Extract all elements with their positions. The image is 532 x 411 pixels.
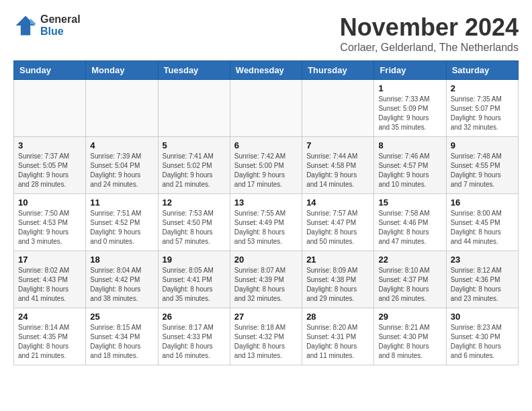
calendar-subtitle: Corlaer, Gelderland, The Netherlands (340, 42, 519, 54)
weekday-header: Thursday (302, 61, 374, 80)
day-info: Sunrise: 8:04 AM Sunset: 4:42 PM Dayligh… (90, 266, 153, 304)
calendar-day-cell: 8Sunrise: 7:46 AM Sunset: 4:57 PM Daylig… (374, 137, 446, 194)
day-number: 30 (451, 312, 514, 322)
day-info: Sunrise: 8:02 AM Sunset: 4:43 PM Dayligh… (18, 266, 81, 304)
calendar-week-row: 10Sunrise: 7:50 AM Sunset: 4:53 PM Dayli… (14, 194, 519, 251)
calendar-day-cell: 25Sunrise: 8:15 AM Sunset: 4:34 PM Dayli… (86, 308, 158, 365)
calendar-day-cell: 20Sunrise: 8:07 AM Sunset: 4:39 PM Dayli… (230, 251, 302, 308)
calendar-day-cell: 29Sunrise: 8:21 AM Sunset: 4:30 PM Dayli… (374, 308, 446, 365)
calendar-day-cell: 30Sunrise: 8:23 AM Sunset: 4:30 PM Dayli… (446, 308, 518, 365)
day-info: Sunrise: 7:48 AM Sunset: 4:55 PM Dayligh… (451, 152, 514, 189)
day-number: 21 (306, 255, 369, 265)
day-number: 25 (90, 312, 153, 322)
day-number: 10 (18, 197, 81, 208)
day-number: 29 (378, 312, 441, 322)
calendar-day-cell: 3Sunrise: 7:37 AM Sunset: 5:05 PM Daylig… (14, 137, 86, 194)
day-info: Sunrise: 8:00 AM Sunset: 4:45 PM Dayligh… (451, 209, 514, 246)
day-info: Sunrise: 7:41 AM Sunset: 5:02 PM Dayligh… (163, 152, 226, 189)
day-info: Sunrise: 7:55 AM Sunset: 4:49 PM Dayligh… (234, 209, 298, 246)
day-number: 15 (378, 197, 441, 208)
day-info: Sunrise: 7:53 AM Sunset: 4:50 PM Dayligh… (163, 209, 226, 246)
day-number: 24 (18, 312, 81, 322)
calendar-day-cell: 17Sunrise: 8:02 AM Sunset: 4:43 PM Dayli… (14, 251, 86, 308)
calendar-day-cell: 7Sunrise: 7:44 AM Sunset: 4:58 PM Daylig… (302, 137, 374, 194)
day-number: 17 (18, 255, 81, 265)
day-number: 7 (306, 140, 369, 150)
day-number: 18 (90, 255, 153, 265)
logo-blue-text: Blue (40, 26, 81, 38)
day-info: Sunrise: 7:57 AM Sunset: 4:47 PM Dayligh… (306, 209, 369, 246)
day-number: 13 (234, 197, 298, 208)
day-info: Sunrise: 7:35 AM Sunset: 5:07 PM Dayligh… (451, 95, 514, 132)
weekday-header: Saturday (446, 61, 518, 80)
calendar-day-cell: 22Sunrise: 8:10 AM Sunset: 4:37 PM Dayli… (374, 251, 446, 308)
day-info: Sunrise: 7:58 AM Sunset: 4:46 PM Dayligh… (378, 209, 441, 246)
calendar-week-row: 17Sunrise: 8:02 AM Sunset: 4:43 PM Dayli… (14, 251, 519, 308)
day-info: Sunrise: 7:51 AM Sunset: 4:52 PM Dayligh… (90, 209, 153, 246)
day-info: Sunrise: 8:09 AM Sunset: 4:38 PM Dayligh… (306, 266, 369, 304)
calendar-day-cell (86, 80, 158, 137)
calendar-day-cell: 6Sunrise: 7:42 AM Sunset: 5:00 PM Daylig… (230, 137, 302, 194)
weekday-header: Tuesday (158, 61, 230, 80)
day-number: 9 (451, 140, 514, 150)
calendar-day-cell: 16Sunrise: 8:00 AM Sunset: 4:45 PM Dayli… (446, 194, 518, 251)
day-info: Sunrise: 7:39 AM Sunset: 5:04 PM Dayligh… (90, 152, 153, 189)
logo: General Blue (13, 13, 81, 38)
day-number: 28 (306, 312, 369, 322)
calendar-day-cell: 27Sunrise: 8:18 AM Sunset: 4:32 PM Dayli… (230, 308, 302, 365)
svg-marker-1 (30, 18, 36, 24)
day-info: Sunrise: 7:42 AM Sunset: 5:00 PM Dayligh… (234, 152, 298, 189)
day-number: 5 (163, 140, 226, 150)
calendar-day-cell: 9Sunrise: 7:48 AM Sunset: 4:55 PM Daylig… (446, 137, 518, 194)
calendar-day-cell: 5Sunrise: 7:41 AM Sunset: 5:02 PM Daylig… (158, 137, 230, 194)
calendar-table: SundayMondayTuesdayWednesdayThursdayFrid… (13, 60, 519, 365)
calendar-week-row: 3Sunrise: 7:37 AM Sunset: 5:05 PM Daylig… (14, 137, 519, 194)
page-header: General Blue November 2024 Corlaer, Geld… (13, 13, 519, 54)
day-number: 22 (378, 255, 441, 265)
calendar-day-cell: 19Sunrise: 8:05 AM Sunset: 4:41 PM Dayli… (158, 251, 230, 308)
day-number: 11 (90, 197, 153, 208)
day-info: Sunrise: 8:21 AM Sunset: 4:30 PM Dayligh… (378, 323, 441, 361)
day-number: 19 (163, 255, 226, 265)
calendar-day-cell (14, 80, 86, 137)
day-info: Sunrise: 8:07 AM Sunset: 4:39 PM Dayligh… (234, 266, 298, 304)
calendar-week-row: 1Sunrise: 7:33 AM Sunset: 5:09 PM Daylig… (14, 80, 519, 137)
weekday-header: Monday (86, 61, 158, 80)
calendar-day-cell: 1Sunrise: 7:33 AM Sunset: 5:09 PM Daylig… (374, 80, 446, 137)
day-number: 4 (90, 140, 153, 150)
day-info: Sunrise: 8:23 AM Sunset: 4:30 PM Dayligh… (451, 323, 514, 361)
calendar-day-cell: 26Sunrise: 8:17 AM Sunset: 4:33 PM Dayli… (158, 308, 230, 365)
day-info: Sunrise: 8:18 AM Sunset: 4:32 PM Dayligh… (234, 323, 298, 361)
day-number: 6 (234, 140, 298, 150)
calendar-day-cell: 28Sunrise: 8:20 AM Sunset: 4:31 PM Dayli… (302, 308, 374, 365)
day-number: 8 (378, 140, 441, 150)
day-number: 12 (163, 197, 226, 208)
calendar-day-cell: 12Sunrise: 7:53 AM Sunset: 4:50 PM Dayli… (158, 194, 230, 251)
day-info: Sunrise: 7:50 AM Sunset: 4:53 PM Dayligh… (18, 209, 81, 246)
day-number: 27 (234, 312, 298, 322)
calendar-title-section: November 2024 Corlaer, Gelderland, The N… (340, 13, 519, 54)
day-number: 1 (378, 83, 441, 93)
day-info: Sunrise: 8:05 AM Sunset: 4:41 PM Dayligh… (163, 266, 226, 304)
calendar-day-cell: 11Sunrise: 7:51 AM Sunset: 4:52 PM Dayli… (86, 194, 158, 251)
calendar-day-cell: 13Sunrise: 7:55 AM Sunset: 4:49 PM Dayli… (230, 194, 302, 251)
day-number: 3 (18, 140, 81, 150)
day-number: 20 (234, 255, 298, 265)
day-info: Sunrise: 8:10 AM Sunset: 4:37 PM Dayligh… (378, 266, 441, 304)
day-info: Sunrise: 8:12 AM Sunset: 4:36 PM Dayligh… (451, 266, 514, 304)
day-number: 26 (163, 312, 226, 322)
calendar-day-cell: 15Sunrise: 7:58 AM Sunset: 4:46 PM Dayli… (374, 194, 446, 251)
calendar-title: November 2024 (340, 13, 519, 42)
calendar-day-cell (302, 80, 374, 137)
day-info: Sunrise: 8:17 AM Sunset: 4:33 PM Dayligh… (163, 323, 226, 361)
logo-icon (13, 13, 38, 38)
day-number: 16 (451, 197, 514, 208)
calendar-day-cell: 4Sunrise: 7:39 AM Sunset: 5:04 PM Daylig… (86, 137, 158, 194)
calendar-day-cell (230, 80, 302, 137)
weekday-header: Sunday (14, 61, 86, 80)
svg-marker-0 (16, 16, 36, 36)
day-info: Sunrise: 7:44 AM Sunset: 4:58 PM Dayligh… (306, 152, 369, 189)
day-info: Sunrise: 8:20 AM Sunset: 4:31 PM Dayligh… (306, 323, 369, 361)
day-info: Sunrise: 8:14 AM Sunset: 4:35 PM Dayligh… (18, 323, 81, 361)
calendar-week-row: 24Sunrise: 8:14 AM Sunset: 4:35 PM Dayli… (14, 308, 519, 365)
